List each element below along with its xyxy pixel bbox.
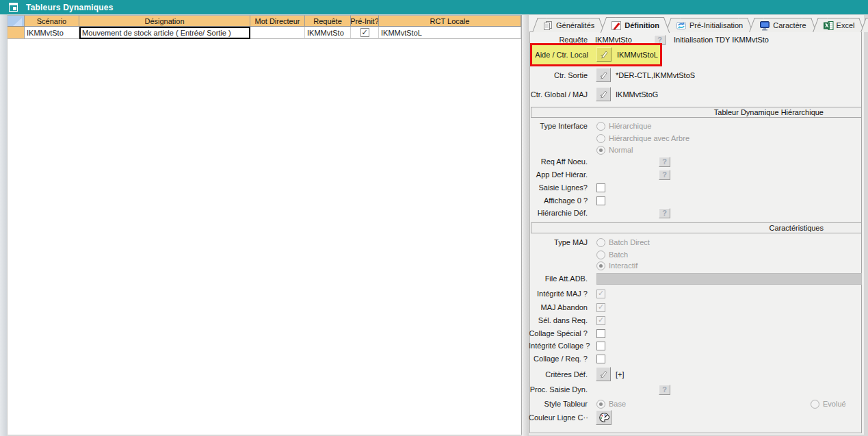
field-label: Sél. dans Req.	[529, 316, 588, 324]
field-label: Intégrité Collage ?	[529, 342, 588, 350]
field-label: Intégrité MAJ ?	[529, 290, 588, 298]
cell-requete[interactable]: IKMMvtSto	[305, 27, 351, 39]
field-label: Saisie Lignes?	[529, 183, 588, 192]
field-couleur-ligne: Couleur Ligne C··	[529, 409, 863, 426]
file-att-adb-input[interactable]	[596, 273, 862, 285]
integrite-collage-checkbox[interactable]	[596, 342, 605, 350]
field-affichage-0: Affichage 0 ?	[529, 195, 863, 206]
column-header-requete[interactable]: Requête	[305, 15, 351, 27]
cell-pre-init	[351, 27, 379, 39]
field-label: File Att.ADB.	[529, 274, 588, 283]
radio-base[interactable]	[596, 400, 605, 409]
field-label: Ctr. Sortie	[529, 71, 588, 79]
section-header-hierarchique: Tableur Dynamique Hiérarchique	[531, 107, 862, 118]
tab-excel[interactable]: Excel	[820, 18, 858, 32]
cell-designation[interactable]: Mouvement de stock article ( Entrée/ Sor…	[79, 27, 250, 39]
tab-pre-initialisation[interactable]: Pré-Initialisation	[673, 18, 746, 32]
column-header-scenario[interactable]: Scénario	[25, 15, 79, 27]
field-integrite-maj: Intégrité MAJ ?	[529, 288, 863, 299]
hand-pen-icon	[599, 49, 609, 60]
radio-evolue[interactable]	[811, 400, 819, 409]
radio-batch[interactable]	[596, 251, 605, 259]
radio-interactif[interactable]	[596, 261, 605, 270]
field-collage-req: Collage / Req. ?	[529, 353, 863, 364]
radio-hierarchique[interactable]	[596, 122, 605, 131]
sel-dans-req-checkbox[interactable]	[596, 316, 605, 325]
pages-icon	[542, 21, 553, 31]
field-style-tableur: Style Tableur Base Evolué	[529, 398, 863, 409]
tab-generalites[interactable]: Généralités	[540, 18, 597, 32]
left-margin-strip	[0, 14, 7, 436]
help-button[interactable]: ?	[659, 170, 670, 180]
field-label: Type Interface	[529, 122, 588, 130]
palette-icon	[599, 412, 609, 423]
radio-label: Hiérarchique	[609, 122, 651, 130]
cell-mot-directeur[interactable]	[250, 27, 305, 39]
monitor-icon	[759, 21, 770, 31]
collage-special-checkbox[interactable]	[596, 329, 605, 338]
field-label: Collage Spécial ?	[529, 329, 588, 337]
field-label: Req Aff Noeu.	[529, 157, 588, 166]
tabstrip: Généralités Définition Pré-Initialisatio…	[534, 17, 868, 32]
field-type-maj-option-1: Type MAJ Batch Direct	[529, 237, 863, 248]
affichage-0-checkbox[interactable]	[596, 196, 605, 205]
field-type-interface-option-2: Hiérarchique avec Arbre	[529, 133, 863, 144]
column-header-pre-init[interactable]: Pré-Init?	[351, 15, 379, 27]
field-label: Affichage 0 ?	[529, 196, 588, 205]
maj-abandon-checkbox[interactable]	[596, 303, 605, 312]
edit-hand-button[interactable]	[596, 47, 611, 62]
cell-rct-locale[interactable]: IKMMvtStoL	[379, 27, 521, 39]
color-picker-button[interactable]	[596, 410, 611, 425]
hand-pen-icon	[599, 369, 609, 379]
column-header-designation[interactable]: Désignation	[79, 15, 250, 27]
saisie-lignes-checkbox[interactable]	[596, 183, 605, 192]
radio-normal[interactable]	[596, 146, 605, 155]
ctr-sortie-value[interactable]: *DER-CTL,IKMMvtStoS	[616, 71, 695, 79]
tab-label: Excel	[837, 21, 855, 29]
radio-label: Base	[609, 400, 626, 408]
field-file-att-adb: File Att.ADB.	[529, 272, 863, 285]
integrite-maj-checkbox[interactable]	[596, 290, 605, 298]
collage-req-checkbox[interactable]	[596, 355, 605, 363]
field-ctr-global-maj: Ctr. Global / MAJ IKMMvtStoG	[529, 87, 863, 102]
field-label: Ctr. Global / MAJ	[529, 90, 588, 99]
ctr-global-maj-value[interactable]: IKMMvtStoG	[616, 90, 658, 99]
help-button[interactable]: ?	[659, 208, 670, 218]
edit-hand-button[interactable]	[596, 68, 611, 82]
column-header-mot-directeur[interactable]: Mot Directeur	[250, 15, 305, 27]
section-title: Caractéristiques	[770, 224, 824, 232]
field-label: Style Tableur	[529, 400, 588, 408]
field-label: Collage / Req. ?	[529, 355, 588, 363]
radio-hierarchique-avec-arbre[interactable]	[596, 134, 605, 143]
help-button[interactable]: ?	[659, 157, 670, 167]
tab-definition[interactable]: Définition	[608, 17, 662, 33]
tab-label: Caractère	[773, 21, 806, 29]
radio-batch-direct[interactable]	[596, 238, 605, 247]
radio-label: Interactif	[609, 261, 637, 270]
field-label: MAJ Abandon	[529, 303, 588, 311]
edit-hand-button[interactable]	[596, 87, 611, 101]
field-type-maj-option-2: Batch	[529, 249, 863, 260]
window-icon	[9, 3, 18, 12]
field-label: App Def Hiérar.	[529, 170, 588, 179]
column-header-rct-locale[interactable]: RCT Locale	[379, 15, 521, 27]
grid-header-row: Scénario Désignation Mot Directeur Requê…	[8, 15, 521, 27]
criteres-def-value: [+]	[616, 370, 624, 379]
field-integrite-collage: Intégrité Collage ?	[529, 340, 863, 351]
edit-hand-button[interactable]	[596, 367, 611, 381]
table-row: IKMMvtSto Mouvement de stock article ( E…	[8, 27, 521, 39]
field-hierarchie-def: Hiérarchie Déf. ?	[529, 207, 863, 218]
help-button[interactable]: ?	[659, 385, 670, 395]
aide-ctr-local-value[interactable]: IKMMvtStoL	[617, 51, 658, 59]
pre-init-checkbox[interactable]	[360, 28, 369, 37]
row-selector-cell[interactable]	[8, 27, 25, 39]
select-all-corner[interactable]	[8, 15, 25, 27]
tab-caractere[interactable]: Caractère	[757, 18, 808, 32]
panel-divider[interactable]	[522, 15, 529, 436]
select-all-triangle-icon	[13, 18, 22, 26]
field-app-def-hierar: App Def Hiérar. ?	[529, 169, 863, 180]
cell-scenario[interactable]: IKMMvtSto	[25, 27, 79, 39]
field-type-interface-option-3: Normal	[529, 144, 863, 155]
field-type-interface-option-1: Type Interface Hiérarchique	[529, 120, 863, 131]
tab-label: Généralités	[556, 21, 594, 29]
